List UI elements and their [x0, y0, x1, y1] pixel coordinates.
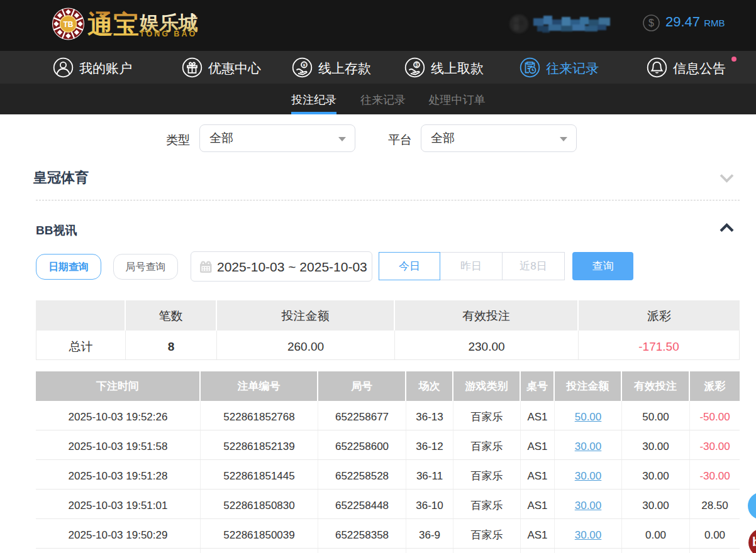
svg-text:$: $ [415, 62, 418, 68]
svg-text:通宝: 通宝 [87, 10, 139, 39]
svg-text:TB: TB [64, 20, 74, 29]
svg-text:TONG BAO: TONG BAO [140, 30, 197, 38]
svg-text:$: $ [648, 18, 654, 28]
svg-text:¥: ¥ [302, 62, 306, 67]
